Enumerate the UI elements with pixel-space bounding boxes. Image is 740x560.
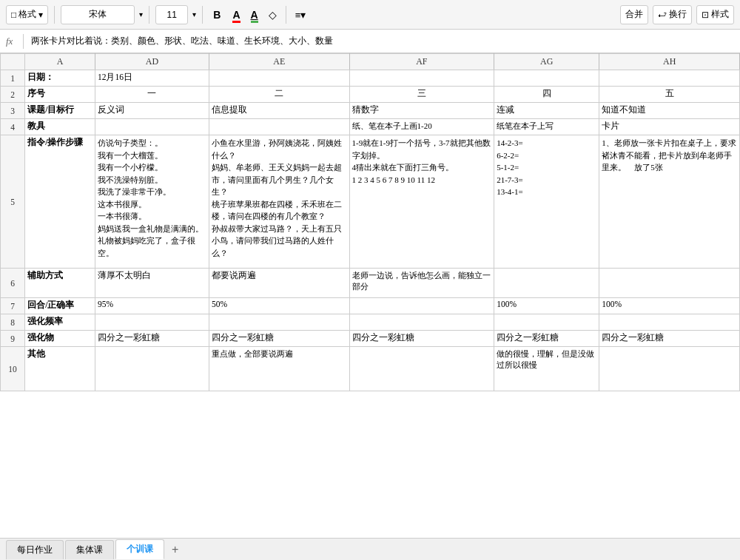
cell-3-A[interactable]: 课题/目标行 [25,103,95,119]
cell-6-AG[interactable] [494,269,599,298]
cell-10-A[interactable]: 其他 [25,347,95,391]
wrap-icon: ⮐ [658,10,667,20]
cell-5-AD[interactable]: 仿说句子类型：。 我有一个大榴莲。 我有一个小柠檬。 我不洗澡特别脏。 我洗了澡… [95,135,209,269]
cell-8-A[interactable]: 强化频率 [25,314,95,331]
cell-3-AD[interactable]: 反义词 [95,103,209,119]
cell-9-AG[interactable]: 四分之一彩虹糖 [494,331,599,347]
cell-7-AH[interactable]: 100% [599,298,740,314]
align-button[interactable]: ≡▾ [292,7,309,22]
sep4 [286,6,286,24]
cell-5-AG[interactable]: 14-2-3= 6-2-2= 5-1-2= 21-7-3= 13-4-1= [494,135,599,269]
cell-3-AG[interactable]: 连减 [494,103,599,119]
cell-4-AF[interactable]: 纸、笔在本子上画1-20 [349,119,494,135]
col-header-AG: AG [494,54,599,70]
row-num-4: 4 [1,119,25,135]
cell-1-AH[interactable] [599,70,740,87]
row-num-9: 9 [1,331,25,347]
cell-2-AG[interactable]: 四 [494,87,599,103]
grid-container[interactable]: A AD AE AF AG AH 1 日期： 12月16日 [0,53,740,538]
cell-8-AF[interactable] [349,314,494,331]
wrap-button[interactable]: ⮐ 换行 [653,5,692,24]
cell-7-AD[interactable]: 95% [95,298,209,314]
table-row: 5 指令/操作步骤 仿说句子类型：。 我有一个大榴莲。 我有一个小柠檬。 我不洗… [1,135,740,269]
cell-8-AD[interactable] [95,314,209,331]
cell-10-AH[interactable] [599,347,740,391]
cell-3-AF[interactable]: 猜数字 [349,103,494,119]
cell-5-AE[interactable]: 小鱼在水里游，孙阿姨浇花，阿姨姓什么？ 妈妈、牟老师、王天义妈妈一起去超市，请问… [209,135,350,269]
cell-2-AF[interactable]: 三 [349,87,494,103]
cell-1-A[interactable]: 日期： [25,70,95,87]
cell-10-AG[interactable]: 做的很慢，理解，但是没做过所以很慢 [494,347,599,391]
row-num-5: 5 [1,135,25,269]
cell-7-AG[interactable]: 100% [494,298,599,314]
cell-1-AE[interactable] [209,70,350,87]
cell-5-AF[interactable]: 1-9就在1-9打一个括号，3-7就把其他数字划掉。 4猜出来就在下面打三角号。… [349,135,494,269]
sep1 [54,6,55,24]
cell-6-A[interactable]: 辅助方式 [25,269,95,298]
cell-2-AH[interactable]: 五 [599,87,740,103]
cell-3-AH[interactable]: 知道不知道 [599,103,740,119]
cell-4-AE[interactable] [209,119,350,135]
cell-4-A[interactable]: 教具 [25,119,95,135]
cell-2-AD[interactable]: 一 [95,87,209,103]
tab-group-class[interactable]: 集体课 [65,540,114,559]
spreadsheet-table: A AD AE AF AG AH 1 日期： 12月16日 [0,53,740,391]
cell-7-AE[interactable]: 50% [209,298,350,314]
cell-9-AE[interactable]: 四分之一彩虹糖 [209,331,350,347]
cell-10-AF[interactable] [349,347,494,391]
col-header-AF: AF [349,54,494,70]
cell-2-A[interactable]: 序号 [25,87,95,103]
cell-3-AE[interactable]: 信息提取 [209,103,350,119]
cell-9-AD[interactable]: 四分之一彩虹糖 [95,331,209,347]
cell-7-A[interactable]: 回合/正确率 [25,298,95,314]
cell-9-A[interactable]: 强化物 [25,331,95,347]
row-num-6: 6 [1,269,25,298]
cell-1-AG[interactable] [494,70,599,87]
font-size-input[interactable] [155,5,188,24]
style-icon: ⊡ [702,10,709,20]
cell-1-AD[interactable]: 12月16日 [95,70,209,87]
highlight-button[interactable]: ◇ [266,7,280,22]
merge-button[interactable]: 合并 [620,5,648,24]
row-num-8: 8 [1,314,25,331]
cell-8-AG[interactable] [494,314,599,331]
formula-sep [23,34,24,49]
tab-add-button[interactable]: + [166,540,184,559]
tab-individual-class[interactable]: 个训课 [115,539,164,559]
cell-9-AF[interactable]: 四分之一彩虹糖 [349,331,494,347]
sheet-area: A AD AE AF AG AH 1 日期： 12月16日 [0,53,740,538]
font-input[interactable] [61,5,135,24]
font-color-button[interactable]: A [229,7,243,22]
format-button[interactable]: □ 格式 ▾ [6,5,48,24]
size-chevron-icon: ▾ [192,10,196,18]
cell-5-AH[interactable]: 1、老师放一张卡片扣在桌子上，要求褚沐青不能看，把卡片放到牟老师手里来。 放了5… [599,135,740,269]
cell-10-AD[interactable] [95,347,209,391]
style-button[interactable]: ⊡ 样式 [696,5,734,24]
bold-button[interactable]: B [209,7,225,22]
cell-8-AE[interactable] [209,314,350,331]
style-label: 样式 [711,8,729,21]
cell-2-AE[interactable]: 二 [209,87,350,103]
cell-4-AD[interactable] [95,119,209,135]
cell-4-AG[interactable]: 纸笔在本子上写 [494,119,599,135]
table-row: 10 其他 重点做，全部要说两遍 做的很慢，理解，但是没做过所以很慢 [1,347,740,391]
tab-daily-homework[interactable]: 每日作业 [6,540,64,559]
cell-10-AE[interactable]: 重点做，全部要说两遍 [209,347,350,391]
cell-6-AE[interactable]: 都要说两遍 [209,269,350,298]
cell-7-AF[interactable] [349,298,494,314]
cell-4-AH[interactable]: 卡片 [599,119,740,135]
underline-color-button[interactable]: A [248,7,261,22]
cell-1-AF[interactable] [349,70,494,87]
col-header-AE: AE [209,54,350,70]
format-icon: □ [11,10,16,20]
row-num-10: 10 [1,347,25,391]
formula-bar: fx 两张卡片对比着说：类别、颜色、形状、吃法、味道、生长环境、大小、数量 [0,30,740,53]
row-num-3: 3 [1,103,25,119]
table-row: 8 强化频率 [1,314,740,331]
cell-6-AF[interactable]: 老师一边说，告诉他怎么画，能独立一部分 [349,269,494,298]
cell-6-AH[interactable] [599,269,740,298]
cell-5-A[interactable]: 指令/操作步骤 [25,135,95,269]
cell-6-AD[interactable]: 薄厚不太明白 [95,269,209,298]
cell-8-AH[interactable] [599,314,740,331]
cell-9-AH[interactable]: 四分之一彩虹糖 [599,331,740,347]
